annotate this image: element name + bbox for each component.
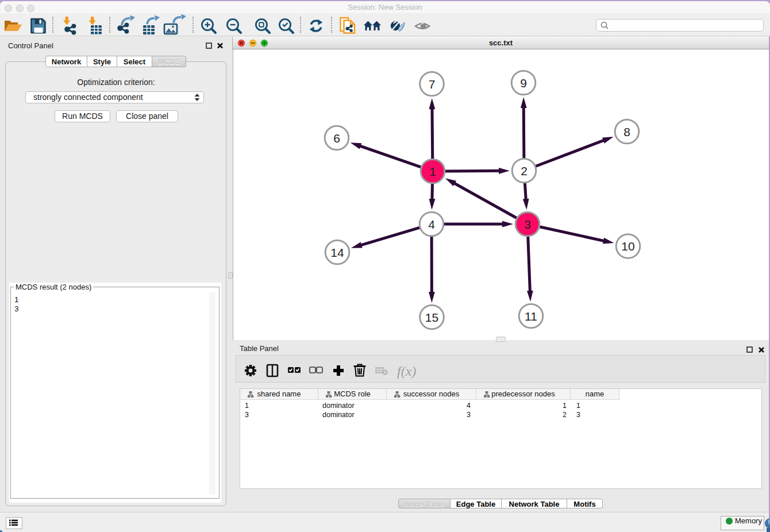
svg-text:7: 7 [429,78,436,91]
svg-text:10: 10 [621,240,634,253]
svg-text:15: 15 [425,311,438,324]
svg-text:6: 6 [333,132,340,145]
svg-text:8: 8 [623,125,630,138]
svg-text:1: 1 [429,165,436,178]
svg-text:14: 14 [330,246,344,259]
svg-text:9: 9 [520,76,527,90]
svg-text:2: 2 [521,164,528,178]
svg-text:3: 3 [524,218,531,231]
svg-text:4: 4 [428,218,435,231]
svg-text:f(x): f(x) [397,364,416,379]
svg-text:11: 11 [525,310,537,323]
